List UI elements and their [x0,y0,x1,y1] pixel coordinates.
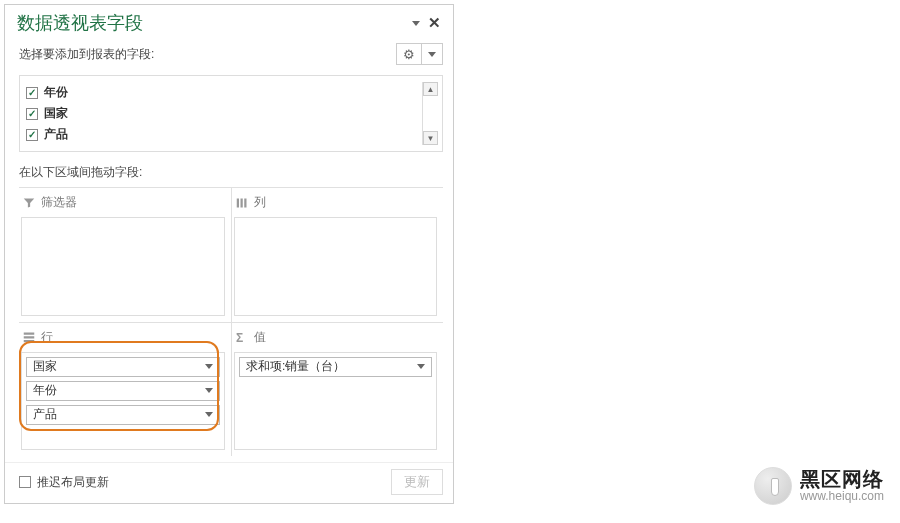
drop-areas: 筛选器 列 行 国家 年份 [19,187,443,456]
pill-dropdown-icon[interactable] [205,388,213,393]
filters-area-label: 筛选器 [41,194,77,211]
fields-list-box: ✓ 年份 ✓ 国家 ✓ 产品 ▲ ▼ [19,75,443,152]
pill-label: 国家 [33,358,57,375]
watermark: 黑区网络 www.heiqu.com [754,467,884,505]
columns-area-label: 列 [254,194,266,211]
row-field-pill[interactable]: 国家 [26,357,220,377]
columns-area[interactable]: 列 [231,187,443,322]
checkbox-icon[interactable]: ✓ [26,108,38,120]
defer-layout-checkbox[interactable]: 推迟布局更新 [19,474,109,491]
field-label: 国家 [44,105,68,122]
pane-title: 数据透视表字段 [17,11,143,35]
gear-dropdown-icon[interactable] [421,44,442,64]
update-button[interactable]: 更新 [391,469,443,495]
checkbox-icon[interactable]: ✓ [26,129,38,141]
values-area[interactable]: Σ 值 求和项:销量（台） [231,322,443,457]
pill-dropdown-icon[interactable] [205,412,213,417]
pill-label: 求和项:销量（台） [246,358,345,375]
pane-footer: 推迟布局更新 更新 [5,462,453,503]
drag-areas-label: 在以下区域间拖动字段: [5,152,453,185]
svg-rect-4 [24,336,35,338]
watermark-main: 黑区网络 [800,468,884,490]
svg-rect-5 [24,340,35,342]
filters-area[interactable]: 筛选器 [19,187,231,322]
row-field-pill[interactable]: 产品 [26,405,220,425]
defer-layout-label: 推迟布局更新 [37,474,109,491]
field-row[interactable]: ✓ 年份 [26,82,422,103]
gear-icon[interactable]: ⚙ [397,44,421,64]
field-label: 产品 [44,126,68,143]
pill-dropdown-icon[interactable] [417,364,425,369]
svg-rect-3 [24,333,35,335]
value-field-pill[interactable]: 求和项:销量（台） [239,357,432,377]
pill-label: 年份 [33,382,57,399]
pivot-fields-pane: 数据透视表字段 ✕ 选择要添加到报表的字段: ⚙ ✓ 年份 ✓ 国家 ✓ 产品 [4,4,454,504]
scroll-down-icon[interactable]: ▼ [423,131,438,145]
svg-rect-1 [241,198,243,207]
watermark-logo-icon [754,467,792,505]
sigma-icon: Σ [236,331,248,343]
pill-label: 产品 [33,406,57,423]
rows-icon [23,331,35,343]
watermark-sub: www.heiqu.com [800,490,884,503]
field-label: 年份 [44,84,68,101]
filter-icon [23,197,35,209]
svg-rect-0 [237,198,239,207]
scroll-up-icon[interactable]: ▲ [423,82,438,96]
subhead-row: 选择要添加到报表的字段: ⚙ [5,39,453,71]
rows-area-label: 行 [41,329,53,346]
field-row[interactable]: ✓ 国家 [26,103,422,124]
field-row[interactable]: ✓ 产品 [26,124,422,145]
row-field-pill[interactable]: 年份 [26,381,220,401]
pill-dropdown-icon[interactable] [205,364,213,369]
values-area-label: 值 [254,329,266,346]
checkbox-icon[interactable] [19,476,31,488]
fields-scrollbar[interactable]: ▲ ▼ [422,82,438,145]
pane-header: 数据透视表字段 ✕ [5,5,453,39]
columns-icon [236,197,248,209]
select-fields-label: 选择要添加到报表的字段: [19,46,154,63]
fields-settings-button[interactable]: ⚙ [396,43,443,65]
svg-rect-2 [244,198,246,207]
rows-area[interactable]: 行 国家 年份 产品 [19,322,231,457]
checkbox-icon[interactable]: ✓ [26,87,38,99]
pane-menu-caret-icon[interactable] [412,21,420,26]
close-icon[interactable]: ✕ [426,14,443,32]
